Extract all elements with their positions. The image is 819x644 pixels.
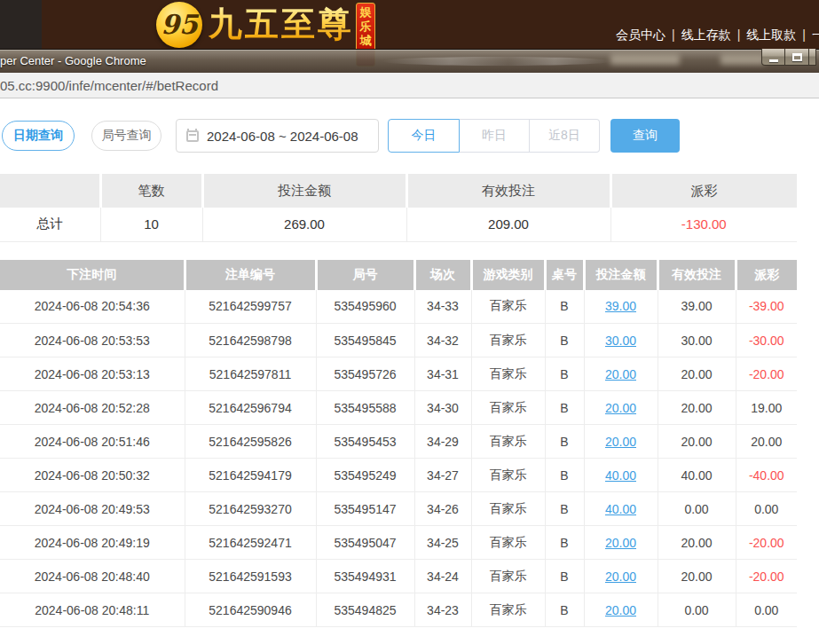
cell-bet-amount[interactable]: 39.00 <box>584 290 658 324</box>
minimize-button[interactable] <box>761 49 785 66</box>
window-controls <box>761 49 816 66</box>
summary-header-empty <box>0 174 100 208</box>
maximize-icon <box>792 53 802 61</box>
cell-round-number: 535495249 <box>316 459 414 492</box>
cell-payout: -20.00 <box>736 357 797 391</box>
cell-table-number: B <box>545 492 584 526</box>
casino-logo-icon: 95 <box>156 2 202 48</box>
table-row: 2024-06-08 20:53:53521642598798535495845… <box>0 324 797 357</box>
table-row: 2024-06-08 20:50:32521642594179535495249… <box>0 459 797 492</box>
cell-payout: -39.00 <box>736 290 797 324</box>
cell-bet-amount[interactable]: 20.00 <box>584 391 658 425</box>
cell-bet-amount[interactable]: 20.00 <box>584 357 658 391</box>
banner-swirl-decoration <box>382 57 612 66</box>
summary-total-row: 总计 10 269.00 209.00 -130.00 <box>0 208 797 241</box>
cell-order-number: 521642598798 <box>185 324 316 357</box>
nav-item-0[interactable]: 会员中心 <box>616 27 665 42</box>
cell-round-number: 535495960 <box>316 290 414 324</box>
table-row: 2024-06-08 20:49:19521642592471535495047… <box>0 526 797 560</box>
cell-bet-amount[interactable]: 20.00 <box>584 560 658 593</box>
cell-session: 34-31 <box>414 357 471 391</box>
cell-order-number: 521642594179 <box>185 459 316 492</box>
cell-bet-amount[interactable]: 20.00 <box>584 593 658 627</box>
cell-bet-time: 2024-06-08 20:49:53 <box>0 492 185 526</box>
cell-payout: -40.00 <box>736 459 797 492</box>
cell-round-number: 535495453 <box>316 425 414 459</box>
header-order-number: 注单编号 <box>185 260 316 290</box>
cell-game-type: 百家乐 <box>471 459 545 492</box>
header-table-number: 桌号 <box>545 260 584 290</box>
cell-valid-bet: 30.00 <box>658 324 736 357</box>
cell-bet-time: 2024-06-08 20:53:13 <box>0 357 185 391</box>
header-bet-amount: 投注金额 <box>584 260 658 290</box>
date-range-input[interactable]: 2024-06-08 ~ 2024-06-08 <box>176 119 379 153</box>
nav-item-3[interactable]: 一键 <box>812 27 819 42</box>
cell-game-type: 百家乐 <box>471 357 545 391</box>
search-button[interactable]: 查询 <box>610 119 680 153</box>
cell-payout: 0.00 <box>736 492 797 526</box>
badge-char: 城 <box>360 34 372 48</box>
cell-valid-bet: 20.00 <box>658 560 736 593</box>
nav-separator: | <box>802 27 806 42</box>
cell-table-number: B <box>545 391 584 425</box>
summary-header-valid-bet: 有效投注 <box>406 174 610 208</box>
quick-btn-today[interactable]: 今日 <box>388 119 460 153</box>
cell-table-number: B <box>545 459 584 492</box>
badge-char: 乐 <box>360 20 372 34</box>
cell-game-type: 百家乐 <box>471 526 545 560</box>
table-row: 2024-06-08 20:49:53521642593270535495147… <box>0 492 797 526</box>
cell-round-number: 535494931 <box>316 560 414 593</box>
quick-btn-yesterday[interactable]: 昨日 <box>460 119 530 153</box>
casino-banner: 95 九五至尊 娱乐城 会员中心|线上存款|线上取款|一键 <box>0 0 819 49</box>
cell-round-number: 535495588 <box>316 391 414 425</box>
summary-total-valid-bet: 209.00 <box>406 208 610 241</box>
table-row: 2024-06-08 20:52:28521642596794535495588… <box>0 391 797 425</box>
logo-monogram: 95 <box>161 9 198 40</box>
quick-btn-last8days[interactable]: 近8日 <box>530 119 600 153</box>
close-button[interactable] <box>809 49 816 66</box>
cell-bet-amount[interactable]: 40.00 <box>584 492 658 526</box>
filter-bar: 日期查询 局号查询 2024-06-08 ~ 2024-06-08 今日 昨日 … <box>2 119 819 153</box>
table-row: 2024-06-08 20:53:13521642597811535495726… <box>0 357 797 391</box>
tab-date-query[interactable]: 日期查询 <box>2 121 75 151</box>
badge-char: 娱 <box>360 5 372 20</box>
cell-order-number: 521642591593 <box>185 560 316 593</box>
cell-game-type: 百家乐 <box>471 324 545 357</box>
cell-order-number: 521642596794 <box>185 391 316 425</box>
cell-bet-amount[interactable]: 30.00 <box>584 324 658 357</box>
cell-bet-amount[interactable]: 20.00 <box>584 526 658 560</box>
cell-order-number: 521642599757 <box>185 290 316 324</box>
cell-round-number: 535495047 <box>316 526 414 560</box>
bet-record-content: 日期查询 局号查询 2024-06-08 ~ 2024-06-08 今日 昨日 … <box>0 99 819 644</box>
cell-bet-amount[interactable]: 40.00 <box>584 459 658 492</box>
cell-table-number: B <box>545 593 584 627</box>
summary-total-label: 总计 <box>0 208 100 241</box>
maximize-button[interactable] <box>785 49 809 66</box>
banner-dark-strip <box>0 0 42 49</box>
url-bar[interactable]: 05.cc:9900/infe/mcenter/#/betRecord <box>0 73 819 98</box>
cell-bet-time: 2024-06-08 20:48:40 <box>0 560 185 593</box>
cell-order-number: 521642593270 <box>185 492 316 526</box>
cell-bet-amount[interactable]: 20.00 <box>584 425 658 459</box>
cell-valid-bet: 20.00 <box>658 526 736 560</box>
cell-round-number: 535495147 <box>316 492 414 526</box>
summary-total-payout: -130.00 <box>610 208 797 241</box>
summary-header-bet-amount: 投注金额 <box>202 174 406 208</box>
cell-session: 34-24 <box>414 560 471 593</box>
header-session: 场次 <box>414 260 471 290</box>
window-titlebar: per Center - Google Chrome <box>0 49 819 73</box>
quick-date-group: 今日 昨日 近8日 <box>388 119 600 153</box>
nav-item-1[interactable]: 线上存款 <box>681 27 731 42</box>
cell-order-number: 521642590946 <box>185 593 316 627</box>
cell-order-number: 521642597811 <box>185 357 316 391</box>
cell-game-type: 百家乐 <box>471 391 545 425</box>
table-row: 2024-06-08 20:48:11521642590946535494825… <box>0 593 797 627</box>
nav-item-2[interactable]: 线上取款 <box>746 27 796 42</box>
cell-session: 34-30 <box>414 391 471 425</box>
cell-bet-time: 2024-06-08 20:49:19 <box>0 526 185 560</box>
cell-game-type: 百家乐 <box>471 492 545 526</box>
tab-round-query[interactable]: 局号查询 <box>91 121 161 151</box>
bet-table-header-row: 下注时间注单编号局号场次游戏类别桌号投注金额有效投注派彩 <box>0 260 797 290</box>
cell-bet-time: 2024-06-08 20:52:28 <box>0 391 185 425</box>
header-bet-time: 下注时间 <box>0 260 185 290</box>
